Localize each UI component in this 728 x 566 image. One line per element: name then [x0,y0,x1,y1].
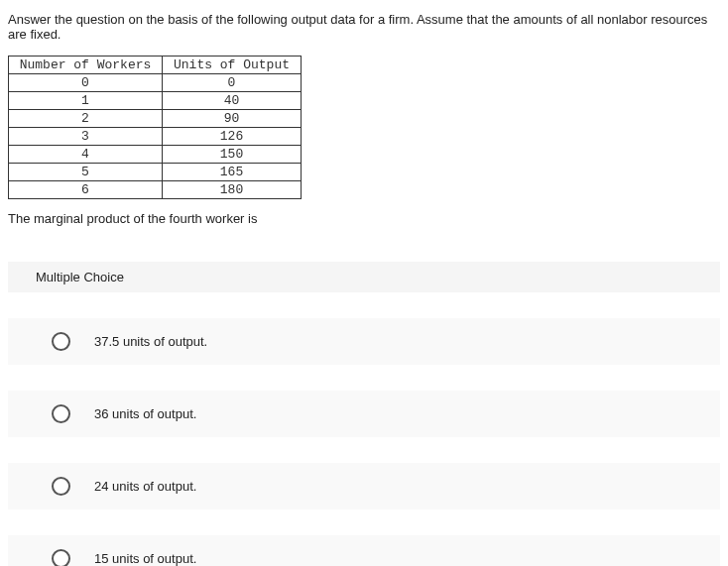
choice-text: 37.5 units of output. [94,334,207,349]
column-header-output: Units of Output [163,57,302,74]
cell-output: 165 [163,164,302,181]
cell-workers: 4 [9,146,163,164]
radio-icon[interactable] [52,477,70,496]
cell-output: 150 [163,146,302,164]
cell-workers: 0 [9,74,163,92]
cell-output: 180 [163,181,302,199]
cell-output: 90 [163,110,302,128]
cell-workers: 3 [9,128,163,146]
table-row: 1 40 [9,92,302,110]
choice-option[interactable]: 36 units of output. [8,391,720,437]
table-row: 0 0 [9,74,302,92]
choice-text: 36 units of output. [94,406,196,421]
table-row: 3 126 [9,128,302,146]
radio-icon[interactable] [52,404,70,423]
cell-output: 40 [163,92,302,110]
choice-text: 24 units of output. [94,479,196,494]
choice-option[interactable]: 37.5 units of output. [8,318,720,365]
cell-output: 126 [163,128,302,146]
table-row: 5 165 [9,164,302,181]
radio-icon[interactable] [52,332,70,351]
table-row: 4 150 [9,146,302,164]
column-header-workers: Number of Workers [9,57,163,74]
table-row: 2 90 [9,110,302,128]
radio-icon[interactable] [52,549,70,566]
choice-option[interactable]: 15 units of output. [8,535,720,566]
table-header-row: Number of Workers Units of Output [9,57,302,74]
cell-workers: 5 [9,164,163,181]
choices-container: 37.5 units of output. 36 units of output… [8,318,720,566]
multiple-choice-heading: Multiple Choice [8,262,720,292]
choice-option[interactable]: 24 units of output. [8,463,720,509]
cell-workers: 6 [9,181,163,199]
question-prompt: The marginal product of the fourth worke… [8,211,720,226]
table-row: 6 180 [9,181,302,199]
cell-output: 0 [163,74,302,92]
cell-workers: 1 [9,92,163,110]
output-data-table: Number of Workers Units of Output 0 0 1 … [8,56,302,199]
choice-text: 15 units of output. [94,551,196,566]
question-intro: Answer the question on the basis of the … [8,12,720,42]
cell-workers: 2 [9,110,163,128]
